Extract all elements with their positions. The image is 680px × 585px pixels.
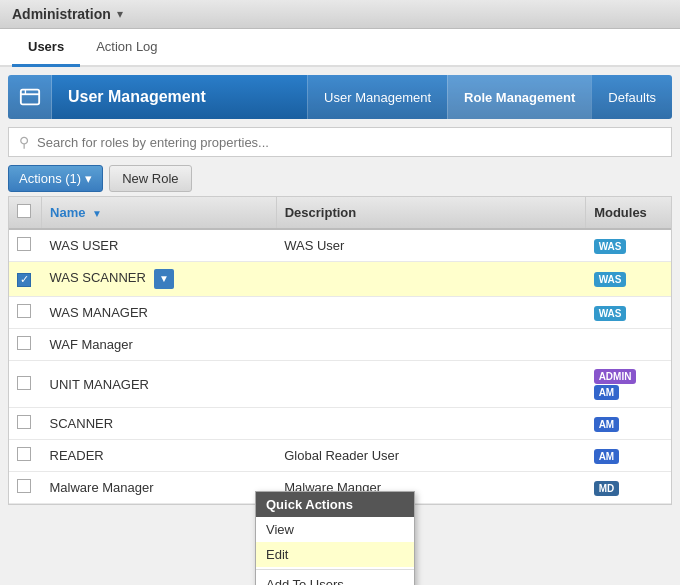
- search-input[interactable]: [37, 135, 661, 150]
- module-badge: AM: [594, 449, 620, 464]
- table-row: WAF Manager: [9, 329, 671, 361]
- actions-button[interactable]: Actions (1) ▾: [8, 165, 103, 192]
- search-icon: ⚲: [19, 134, 29, 150]
- section-tab-defaults[interactable]: Defaults: [591, 75, 672, 119]
- row-modules: WAS: [586, 297, 671, 329]
- table-row: UNIT MANAGERADMINAM: [9, 361, 671, 408]
- row-modules: [586, 329, 671, 361]
- sort-arrow-icon: ▼: [92, 208, 102, 219]
- row-checkbox[interactable]: [17, 376, 31, 390]
- col-header-name[interactable]: Name ▼: [42, 197, 277, 229]
- row-name: READER: [42, 440, 277, 472]
- module-badge: WAS: [594, 239, 627, 254]
- tab-users[interactable]: Users: [12, 29, 80, 67]
- quick-action-item[interactable]: View: [256, 517, 414, 542]
- quick-action-separator: [256, 569, 414, 570]
- row-description: [276, 408, 585, 440]
- section-tab-user-management[interactable]: User Management: [307, 75, 447, 119]
- row-checkbox[interactable]: [17, 479, 31, 493]
- module-badge: MD: [594, 481, 620, 496]
- row-description: [276, 262, 585, 297]
- row-checkbox[interactable]: ✓: [17, 273, 31, 287]
- col-header-check: [9, 197, 42, 229]
- col-header-modules[interactable]: Modules: [586, 197, 671, 229]
- row-modules: AM: [586, 440, 671, 472]
- row-description: [276, 297, 585, 329]
- col-header-description[interactable]: Description: [276, 197, 585, 229]
- module-badge: ADMIN: [594, 369, 637, 384]
- table-row: READERGlobal Reader UserAM: [9, 440, 671, 472]
- module-badge: AM: [594, 385, 620, 400]
- row-actions-arrow[interactable]: ▼: [154, 269, 174, 289]
- toolbar: Actions (1) ▾ New Role: [8, 165, 672, 192]
- module-badge: WAS: [594, 306, 627, 321]
- quick-actions-header: Quick Actions: [256, 492, 414, 517]
- quick-action-item[interactable]: Edit: [256, 542, 414, 567]
- section-tabs: User Management Role Management Defaults: [307, 75, 672, 119]
- search-bar: ⚲: [8, 127, 672, 157]
- table-row: SCANNERAM: [9, 408, 671, 440]
- module-badge: AM: [594, 417, 620, 432]
- actions-chevron-icon: ▾: [85, 171, 92, 186]
- row-checkbox[interactable]: [17, 415, 31, 429]
- row-modules: WAS: [586, 262, 671, 297]
- new-role-button[interactable]: New Role: [109, 165, 191, 192]
- section-tab-role-management[interactable]: Role Management: [447, 75, 591, 119]
- roles-table: Name ▼ Description Modules WAS USERWAS U…: [9, 197, 671, 504]
- row-checkbox[interactable]: [17, 336, 31, 350]
- row-description: [276, 361, 585, 408]
- row-name: WAS SCANNER▼: [42, 262, 277, 297]
- quick-actions-popup: Quick Actions ViewEditAdd To UsersRemove…: [255, 491, 415, 585]
- row-name: Malware Manager: [42, 472, 277, 504]
- row-modules: AM: [586, 408, 671, 440]
- nav-tabs: Users Action Log: [0, 29, 680, 67]
- module-badge: WAS: [594, 272, 627, 287]
- select-all-checkbox[interactable]: [17, 204, 31, 218]
- admin-chevron-icon[interactable]: ▾: [117, 7, 123, 21]
- table-wrap: Name ▼ Description Modules WAS USERWAS U…: [8, 196, 672, 505]
- section-header: User Management User Management Role Man…: [8, 75, 672, 119]
- user-management-icon: [19, 86, 41, 108]
- row-modules: ADMINAM: [586, 361, 671, 408]
- quick-action-item[interactable]: Add To Users: [256, 572, 414, 585]
- section-title: User Management: [52, 88, 307, 106]
- row-modules: WAS: [586, 229, 671, 262]
- table-container: Name ▼ Description Modules WAS USERWAS U…: [0, 196, 680, 505]
- row-checkbox[interactable]: [17, 447, 31, 461]
- admin-title: Administration: [12, 6, 111, 22]
- tab-action-log[interactable]: Action Log: [80, 29, 173, 67]
- row-description: WAS User: [276, 229, 585, 262]
- row-name: WAS USER: [42, 229, 277, 262]
- row-description: [276, 329, 585, 361]
- row-name: WAF Manager: [42, 329, 277, 361]
- row-modules: MD: [586, 472, 671, 504]
- table-row: WAS USERWAS UserWAS: [9, 229, 671, 262]
- top-bar: Administration ▾: [0, 0, 680, 29]
- row-name: WAS MANAGER: [42, 297, 277, 329]
- row-checkbox[interactable]: [17, 304, 31, 318]
- table-row: ✓WAS SCANNER▼WAS: [9, 262, 671, 297]
- section-icon-wrap: [8, 75, 52, 119]
- table-row: WAS MANAGERWAS: [9, 297, 671, 329]
- svg-rect-0: [20, 90, 38, 105]
- row-name: SCANNER: [42, 408, 277, 440]
- actions-label: Actions (1): [19, 171, 81, 186]
- row-name: UNIT MANAGER: [42, 361, 277, 408]
- row-description: Global Reader User: [276, 440, 585, 472]
- row-checkbox[interactable]: [17, 237, 31, 251]
